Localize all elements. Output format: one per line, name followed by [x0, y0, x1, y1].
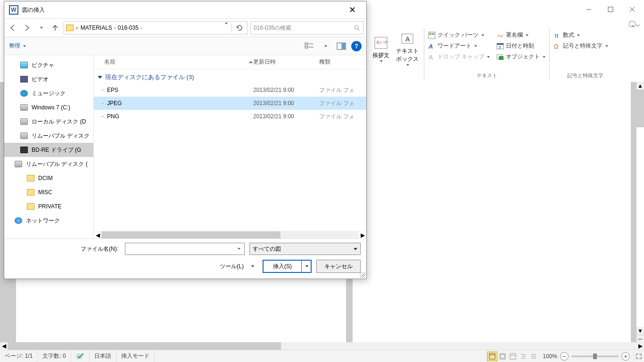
scroll-up-button[interactable]: ▲ — [636, 82, 644, 90]
results-horizontal-scrollbar[interactable]: ◀ ▶ — [94, 231, 366, 239]
nav-tree-item[interactable]: BD-RE ドライブ (G — [4, 143, 93, 157]
dialog-nav-bar: « MATERIALS › 016-035 › 016-035の検索 — [4, 18, 366, 37]
column-date[interactable]: 更新日時 — [253, 58, 319, 66]
ribbon-group-label: テキスト — [427, 70, 546, 79]
refresh-button[interactable] — [234, 24, 245, 32]
help-button[interactable]: ? — [351, 41, 362, 51]
close-button[interactable] — [621, 2, 643, 16]
textbox-icon: A — [400, 31, 415, 46]
ribbon-group-label — [371, 77, 421, 79]
nav-tree-item[interactable]: ピクチャ — [4, 58, 93, 72]
status-insert-mode[interactable]: 挿入モード — [116, 350, 155, 362]
symbol-button[interactable]: Ω記号と特殊文字 — [553, 41, 618, 51]
greeting-line-button[interactable]: あいさつ 挨拶文 — [371, 34, 391, 63]
vertical-scrollbar[interactable]: ▲ ▼ ─ — [636, 82, 644, 342]
document-page-right[interactable]: ↵↵↵↵↵ — [353, 82, 631, 342]
scroll-left-button[interactable]: ◀ — [94, 232, 101, 239]
textbox-button[interactable]: A テキスト ボックス — [394, 30, 421, 67]
dialog-close-button[interactable]: ✕ — [343, 3, 362, 16]
view-draft[interactable] — [528, 352, 539, 361]
minimize-button[interactable] — [578, 2, 600, 16]
nav-tree-item[interactable]: DCIM — [4, 171, 93, 185]
nav-tree-item[interactable]: ネットワーク — [4, 214, 93, 228]
nav-forward-button[interactable] — [21, 22, 33, 33]
svg-text:5: 5 — [499, 45, 501, 49]
nav-tree-item[interactable]: リムーバブル ディスク — [4, 129, 93, 143]
scroll-thumb[interactable] — [101, 231, 281, 239]
proofing-icon — [76, 353, 84, 360]
tools-button[interactable]: ツール(L) — [218, 263, 246, 271]
drop-cap-button[interactable]: Aドロップ キャップ — [427, 52, 491, 62]
equation-button[interactable]: π数式 — [553, 30, 618, 40]
file-row[interactable]: EPS2013/02/21 9:00ファイル フォ — [94, 83, 366, 97]
view-web-layout[interactable] — [508, 352, 518, 361]
zoom-out-button[interactable]: − — [560, 352, 569, 361]
nav-tree-item[interactable]: ミュージック — [4, 86, 93, 100]
view-full-screen[interactable] — [497, 352, 508, 361]
wordart-button[interactable]: Aワードアート — [427, 41, 491, 51]
chevron-down-icon — [40, 27, 43, 29]
file-row[interactable]: JPEG2013/02/21 9:00ファイル フォ — [94, 97, 366, 110]
svg-text:Ω: Ω — [554, 43, 559, 50]
nav-item-label: ネットワーク — [26, 217, 60, 225]
zoom-in-button[interactable]: + — [621, 352, 630, 361]
preview-pane-button[interactable] — [335, 41, 347, 52]
view-mode-dropdown[interactable] — [319, 41, 331, 52]
zoom-level[interactable]: 100% — [543, 353, 557, 360]
nav-tree-item[interactable]: MISC — [4, 185, 93, 199]
object-button[interactable]: オブジェクト — [495, 52, 546, 62]
column-type[interactable]: 種類 — [319, 58, 363, 66]
organize-button[interactable]: 整理 — [9, 42, 26, 50]
scroll-left-button[interactable]: ◀ — [0, 342, 8, 350]
horizontal-scrollbar[interactable]: ◀ ▶ — [0, 342, 644, 350]
date-time-button[interactable]: 5日付と時刻 — [495, 41, 546, 51]
insert-split-dropdown[interactable] — [301, 261, 311, 272]
column-name[interactable]: 名前 — [98, 58, 248, 66]
nav-item-label: ピクチャ — [32, 61, 54, 69]
breadcrumb-segment[interactable]: 016-035 — [118, 25, 139, 31]
file-type-filter[interactable]: すべての図 — [249, 243, 361, 255]
nav-tree-item[interactable]: ビデオ — [4, 72, 93, 86]
nav-up-button[interactable] — [50, 22, 61, 33]
status-page[interactable]: ページ: 1/1 — [0, 350, 38, 362]
status-word-count[interactable]: 文字数: 0 — [38, 350, 71, 362]
breadcrumb-dropdown[interactable] — [224, 25, 228, 31]
nav-tree-item[interactable]: リムーバブル ディスク ( — [4, 157, 93, 171]
signature-line-button[interactable]: 署名欄 — [495, 30, 546, 40]
nav-tree-item[interactable]: ローカル ディスク (D — [4, 115, 93, 129]
view-outline[interactable] — [518, 352, 528, 361]
split-handle[interactable]: ─ — [636, 335, 644, 342]
cancel-button[interactable]: キャンセル — [316, 260, 361, 273]
resize-grip[interactable] — [360, 272, 365, 278]
file-group-header[interactable]: 現在ディスクにあるファイル (3) — [94, 69, 366, 83]
dialog-title: 図の挿入 — [22, 6, 45, 14]
zoom-fit-button[interactable] — [634, 352, 644, 361]
breadcrumb-path[interactable]: « MATERIALS › 016-035 › — [64, 21, 248, 34]
nav-tree-item[interactable]: Windows 7 (C:) — [4, 100, 93, 115]
status-language[interactable]: 日本語 — [90, 350, 116, 362]
maximize-button[interactable] — [600, 2, 621, 16]
scroll-down-button[interactable]: ▼ — [636, 327, 644, 335]
scroll-thumb[interactable] — [636, 90, 644, 127]
search-input[interactable]: 016-035の検索 — [250, 21, 363, 34]
scroll-right-button[interactable]: ▶ — [636, 342, 644, 350]
scroll-thumb[interactable] — [8, 342, 281, 350]
ribbon-options-button[interactable] — [626, 21, 639, 27]
view-mode-button[interactable] — [303, 41, 315, 52]
chevron-down-icon — [474, 45, 477, 47]
view-print-layout[interactable] — [487, 352, 497, 361]
scroll-right-button[interactable]: ▶ — [359, 232, 366, 239]
nav-recent-dropdown[interactable] — [35, 22, 47, 33]
insert-button[interactable]: 挿入(S) — [263, 260, 312, 273]
navigation-pane[interactable]: ピクチャビデオミュージックWindows 7 (C:)ローカル ディスク (Dリ… — [4, 55, 94, 239]
zoom-slider[interactable] — [571, 355, 619, 357]
nav-back-button[interactable] — [7, 22, 18, 33]
zoom-slider-thumb[interactable] — [593, 354, 597, 359]
file-row[interactable]: PNG2013/02/21 9:00ファイル フォ — [94, 110, 366, 123]
quick-parts-button[interactable]: クイック パーツ — [427, 30, 491, 40]
filename-input[interactable] — [125, 243, 245, 255]
nav-tree-item[interactable]: PRIVATE — [4, 199, 93, 214]
breadcrumb-segment[interactable]: MATERIALS — [81, 25, 112, 31]
quickparts-icon — [428, 32, 436, 39]
status-proofing[interactable] — [71, 350, 90, 362]
